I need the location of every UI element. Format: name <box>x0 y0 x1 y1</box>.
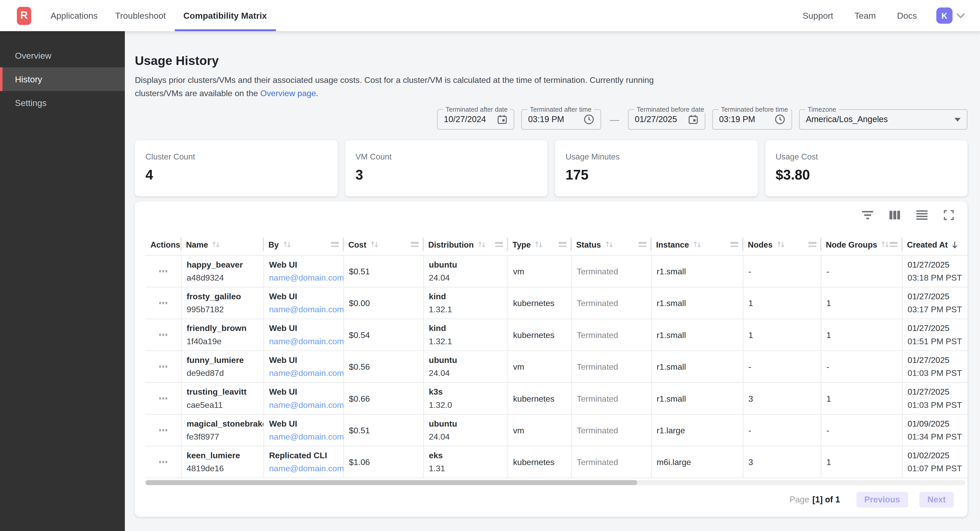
created-time: 01:03 PM PST <box>908 400 967 410</box>
column-header[interactable]: Node Groups <box>821 234 902 255</box>
instance-cell: r1.small <box>651 351 743 382</box>
row-actions-menu-icon[interactable] <box>156 331 171 338</box>
column-menu-handle-icon[interactable] <box>495 242 503 247</box>
column-menu-handle-icon[interactable] <box>889 242 897 247</box>
nodes-cell: - <box>743 256 821 287</box>
terminated-before-time-field[interactable]: Terminated before time 03:19 PM <box>712 109 792 130</box>
sort-desc-icon[interactable] <box>951 240 959 248</box>
caret-down-icon[interactable] <box>955 117 961 121</box>
column-menu-handle-icon[interactable] <box>331 242 339 247</box>
column-header[interactable]: Distribution <box>423 234 508 255</box>
nav-tab-applications[interactable]: Applications <box>42 0 107 31</box>
column-menu-handle-icon[interactable] <box>558 242 567 247</box>
column-menu-handle-icon[interactable] <box>808 242 816 247</box>
distribution-cell: eks 1.31 <box>423 446 508 477</box>
nodes-cell: - <box>743 415 821 446</box>
cost-cell: $0.00 <box>343 287 423 319</box>
sort-icon[interactable] <box>211 241 221 248</box>
column-menu-handle-icon[interactable] <box>638 242 647 247</box>
created-by-email-link[interactable]: name@domain.com <box>269 337 343 346</box>
field-label: Terminated after date <box>443 106 510 113</box>
row-actions-menu-icon[interactable] <box>156 427 171 434</box>
usage-history-table-card: Actions Name <box>135 201 967 517</box>
sort-icon[interactable] <box>534 241 544 248</box>
sidebar-item-overview[interactable]: Overview <box>0 44 125 67</box>
column-menu-handle-icon[interactable] <box>410 242 419 247</box>
overview-page-link[interactable]: Overview page <box>260 89 316 98</box>
created-by-email-link[interactable]: name@domain.com <box>269 273 343 282</box>
chevron-down-icon[interactable] <box>956 13 965 18</box>
nav-tab-troubleshoot[interactable]: Troubleshoot <box>107 0 175 31</box>
horizontal-scrollbar-thumb[interactable] <box>145 480 637 485</box>
replicated-logo[interactable]: R <box>17 6 31 25</box>
created-date: 01/27/2025 <box>908 387 967 396</box>
next-page-button[interactable]: Next <box>920 492 954 507</box>
row-actions-menu-icon[interactable] <box>156 300 171 306</box>
row-actions-menu-icon[interactable] <box>156 395 171 402</box>
created-by-email-link[interactable]: name@domain.com <box>269 464 343 473</box>
row-actions-menu-icon[interactable] <box>156 363 171 370</box>
column-header[interactable]: Instance <box>651 234 743 255</box>
sort-icon[interactable] <box>282 241 292 248</box>
filter-icon[interactable] <box>862 211 873 220</box>
by-cell: Web UI name@domain.com <box>264 351 343 382</box>
row-actions-menu-icon[interactable] <box>156 458 171 466</box>
clock-icon[interactable] <box>584 114 594 125</box>
sort-icon[interactable] <box>369 241 379 248</box>
columns-icon[interactable] <box>889 211 900 220</box>
node-groups-count: - <box>827 266 902 276</box>
column-header[interactable]: Actions <box>145 234 181 255</box>
sort-icon[interactable] <box>776 241 786 248</box>
sort-icon[interactable] <box>880 241 890 248</box>
created-by-email-link[interactable]: name@domain.com <box>269 368 343 378</box>
pagination-bar: Page [1] of 1 Previous Next <box>135 485 967 507</box>
column-header[interactable]: Type <box>508 234 571 255</box>
sort-icon[interactable] <box>477 241 487 248</box>
fullscreen-icon[interactable] <box>944 210 954 220</box>
node-groups-cell: 1 <box>821 287 902 319</box>
distribution-cell: kind 1.32.1 <box>423 319 508 350</box>
column-header[interactable]: Cost <box>343 234 423 255</box>
field-label: Timezone <box>805 106 839 113</box>
sidebar-item-history[interactable]: History <box>0 67 125 91</box>
name-cell: happy_beaver a48d9324 <box>181 256 264 287</box>
user-avatar[interactable]: K <box>936 8 953 24</box>
horizontal-scrollbar-track[interactable] <box>145 480 965 485</box>
column-header[interactable]: By <box>264 234 343 255</box>
description-period: . <box>316 89 318 98</box>
field-value: 03:19 PM <box>528 115 578 124</box>
instance-type: r1.small <box>657 298 743 308</box>
column-header[interactable]: Created At <box>902 234 967 255</box>
terminated-after-time-field[interactable]: Terminated after time 03:19 PM <box>521 109 601 130</box>
terminated-before-date-field[interactable]: Terminated before date 01/27/2025 <box>628 109 705 130</box>
nav-tab-compatibility-matrix[interactable]: Compatibility Matrix <box>175 0 275 31</box>
column-header[interactable]: Name <box>181 234 264 255</box>
sidebar-item-settings[interactable]: Settings <box>0 91 125 114</box>
timezone-select[interactable]: Timezone America/Los_Angeles <box>799 109 967 130</box>
terminated-after-date-field[interactable]: Terminated after date 10/27/2024 <box>437 109 514 130</box>
created-by-source: Replicated CLI <box>269 451 343 460</box>
nav-link-docs[interactable]: Docs <box>886 11 928 21</box>
density-icon[interactable] <box>916 210 928 220</box>
nav-tab-label: Compatibility Matrix <box>183 11 267 21</box>
created-by-email-link[interactable]: name@domain.com <box>269 305 343 314</box>
distribution-name: k3s <box>429 387 508 396</box>
clock-icon[interactable] <box>775 114 785 125</box>
calendar-icon[interactable] <box>688 114 698 125</box>
created-time: 03:18 PM PST <box>908 273 967 282</box>
page-description: Displays prior clusters/VMs and their as… <box>135 73 654 100</box>
created-by-email-link[interactable]: name@domain.com <box>269 400 343 410</box>
created-by-email-link[interactable]: name@domain.com <box>269 432 343 441</box>
previous-page-button[interactable]: Previous <box>856 492 908 507</box>
sort-icon[interactable] <box>692 241 702 248</box>
nav-link-support[interactable]: Support <box>792 11 844 21</box>
sort-icon[interactable] <box>604 241 614 248</box>
row-actions-menu-icon[interactable] <box>156 268 171 275</box>
column-header[interactable]: Nodes <box>743 234 821 255</box>
distribution-name: kind <box>429 292 508 301</box>
column-menu-handle-icon[interactable] <box>730 242 738 247</box>
calendar-icon[interactable] <box>497 114 508 125</box>
nav-link-team[interactable]: Team <box>844 11 886 21</box>
node-groups-count: 1 <box>827 298 902 308</box>
column-header[interactable]: Status <box>571 234 651 255</box>
